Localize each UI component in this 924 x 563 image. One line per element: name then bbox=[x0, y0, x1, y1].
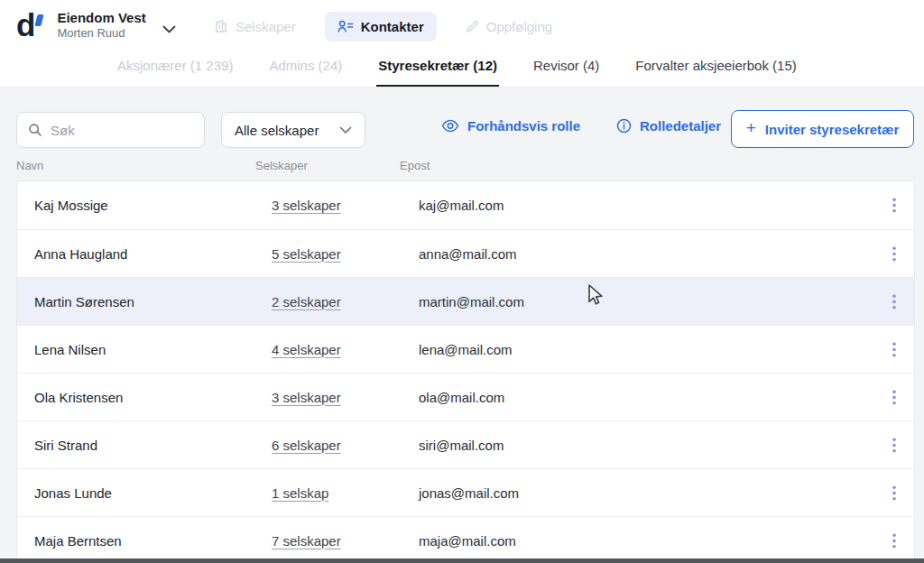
contact-email: jonas@mail.com bbox=[419, 485, 874, 501]
table-row[interactable]: Kaj Mossige 3 selskaper kaj@mail.com bbox=[17, 181, 914, 229]
companies-link[interactable]: 6 selskaper bbox=[272, 438, 341, 453]
contacts-icon bbox=[337, 20, 354, 33]
window-bottom-edge bbox=[0, 558, 924, 563]
contact-email: lena@mail.com bbox=[419, 342, 874, 357]
org-user-name: Morten Ruud bbox=[57, 26, 145, 41]
nav-item-followup[interactable]: Oppfølging bbox=[457, 12, 561, 42]
contacts-table: Kaj Mossige 3 selskaper kaj@mail.com Ann… bbox=[16, 180, 915, 563]
table-row[interactable]: Ola Kristensen 3 selskaper ola@mail.com bbox=[17, 373, 914, 420]
chevron-down-icon[interactable] bbox=[162, 25, 176, 33]
contact-email: maja@mail.com bbox=[419, 533, 874, 549]
pencil-icon bbox=[466, 20, 479, 33]
chevron-down-icon bbox=[339, 126, 352, 134]
nav-item-companies[interactable]: Selskaper bbox=[205, 12, 305, 42]
preview-role-label: Forhåndsvis rolle bbox=[467, 118, 580, 134]
contact-name: Anna Haugland bbox=[34, 246, 272, 262]
app-logo: d bbox=[16, 8, 42, 42]
nav-item-contacts[interactable]: Kontakter bbox=[325, 12, 437, 42]
companies-link[interactable]: 3 selskaper bbox=[272, 390, 341, 405]
tab-auditor[interactable]: Revisor (4) bbox=[531, 54, 601, 88]
contact-name: Siri Strand bbox=[34, 438, 272, 453]
tab-admins[interactable]: Admins (24) bbox=[267, 54, 344, 88]
table-row[interactable]: Siri Strand 6 selskaper siri@mail.com bbox=[17, 420, 914, 468]
table-row[interactable]: Lena Nilsen 4 selskaper lena@mail.com bbox=[17, 325, 914, 373]
org-block: Eiendom Vest Morten Ruud bbox=[57, 10, 145, 42]
logo-accent-mark bbox=[35, 14, 44, 26]
building-icon bbox=[214, 19, 228, 33]
org-switcher[interactable]: d Eiendom Vest Morten Ruud bbox=[16, 8, 176, 42]
info-icon bbox=[616, 118, 632, 134]
companies-link[interactable]: 7 selskaper bbox=[272, 533, 341, 549]
table-row-hovered[interactable]: Martin Sørensen 2 selskaper martin@mail.… bbox=[17, 277, 914, 325]
nav-item-label: Kontakter bbox=[361, 19, 424, 34]
role-details-link[interactable]: Rolledetaljer bbox=[616, 118, 721, 134]
preview-role-link[interactable]: Forhåndsvis rolle bbox=[441, 118, 580, 134]
contact-name: Martin Sørensen bbox=[34, 294, 272, 309]
nav-item-label: Selskaper bbox=[236, 19, 296, 34]
plus-icon: + bbox=[746, 118, 756, 138]
contact-name: Ola Kristensen bbox=[34, 390, 272, 405]
kebab-menu-icon[interactable] bbox=[874, 438, 914, 453]
search-box[interactable] bbox=[16, 112, 205, 148]
contact-name: Maja Berntsen bbox=[34, 533, 272, 549]
table-row[interactable]: Maja Berntsen 7 selskaper maja@mail.com bbox=[17, 516, 914, 563]
contact-email: kaj@mail.com bbox=[419, 198, 874, 213]
kebab-menu-icon[interactable] bbox=[874, 294, 914, 309]
table-column-headers: Navn Selskaper Epost bbox=[16, 159, 915, 172]
company-filter-select[interactable]: Alle selskaper bbox=[221, 112, 365, 148]
column-header-name: Navn bbox=[16, 159, 255, 172]
kebab-menu-icon[interactable] bbox=[874, 390, 914, 405]
main-content: Alle selskaper Forhåndsvis rolle Rollede… bbox=[0, 87, 924, 563]
kebab-menu-icon[interactable] bbox=[874, 246, 914, 262]
kebab-menu-icon[interactable] bbox=[874, 533, 914, 549]
column-header-email: Epost bbox=[400, 159, 875, 172]
contact-email: anna@mail.com bbox=[419, 246, 874, 262]
companies-link[interactable]: 4 selskaper bbox=[272, 342, 341, 357]
search-icon bbox=[28, 123, 42, 137]
search-input[interactable] bbox=[51, 123, 193, 138]
companies-link[interactable]: 2 selskaper bbox=[272, 294, 341, 309]
kebab-menu-icon[interactable] bbox=[874, 485, 914, 501]
contact-email: ola@mail.com bbox=[419, 390, 874, 405]
table-row[interactable]: Anna Haugland 5 selskaper anna@mail.com bbox=[17, 229, 914, 277]
role-details-label: Rolledetaljer bbox=[640, 118, 721, 134]
tab-board-secretary[interactable]: Styresekretær (12) bbox=[376, 54, 499, 88]
kebab-menu-icon[interactable] bbox=[874, 198, 914, 213]
table-row[interactable]: Jonas Lunde 1 selskap jonas@mail.com bbox=[17, 468, 914, 516]
contact-name: Jonas Lunde bbox=[34, 485, 272, 501]
tab-shareholders[interactable]: Aksjonærer (1 239) bbox=[116, 54, 235, 88]
companies-link[interactable]: 5 selskaper bbox=[272, 246, 341, 262]
contact-name: Lena Nilsen bbox=[34, 342, 272, 357]
contact-email: siri@mail.com bbox=[419, 438, 874, 453]
contact-email: martin@mail.com bbox=[419, 294, 874, 309]
app-header: d Eiendom Vest Morten Ruud Selskaper bbox=[0, 0, 924, 87]
tab-bar: Aksjonærer (1 239) Admins (24) Styresekr… bbox=[116, 54, 799, 88]
column-header-companies: Selskaper bbox=[255, 159, 400, 172]
invite-button-label: Inviter styresekretær bbox=[765, 122, 899, 137]
companies-link[interactable]: 3 selskaper bbox=[272, 198, 341, 213]
org-name: Eiendom Vest bbox=[57, 10, 145, 27]
tab-registrar[interactable]: Forvalter aksjeeierbok (15) bbox=[633, 54, 798, 88]
companies-link[interactable]: 1 selskap bbox=[272, 485, 328, 501]
invite-secretary-button[interactable]: + Inviter styresekretær bbox=[731, 110, 914, 148]
eye-icon bbox=[441, 119, 459, 133]
nav-item-label: Oppfølging bbox=[486, 19, 552, 34]
contact-name: Kaj Mossige bbox=[34, 198, 272, 213]
top-nav: Selskaper Kontakter Oppfølging bbox=[205, 9, 561, 43]
filter-value: Alle selskaper bbox=[235, 123, 319, 138]
kebab-menu-icon[interactable] bbox=[874, 342, 914, 357]
